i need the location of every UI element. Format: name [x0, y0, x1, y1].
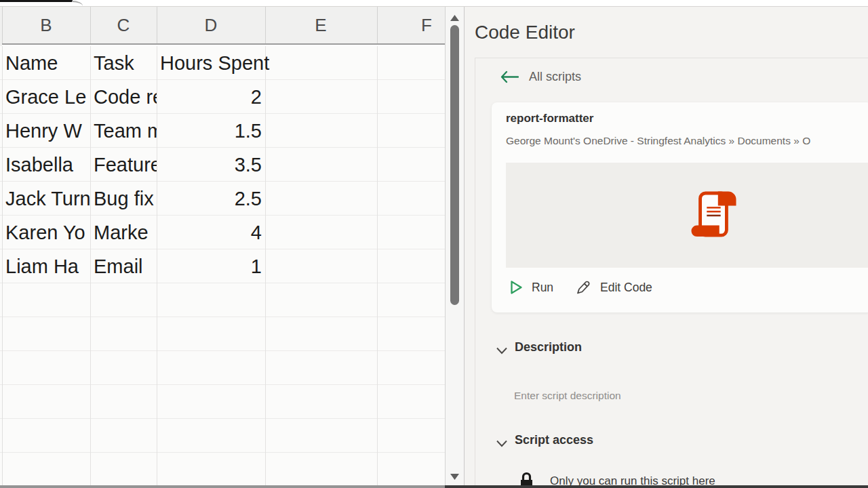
window-bottom-edge [445, 485, 868, 488]
column-header-c[interactable]: C [110, 7, 137, 43]
table-row: Henry W Team m 1.5 [0, 114, 445, 148]
chevron-down-icon[interactable] [496, 439, 508, 449]
column-header-e[interactable]: E [307, 7, 334, 43]
table-cell[interactable]: 2.5 [160, 182, 262, 216]
table-cell[interactable]: Email [94, 249, 157, 283]
pane-title: Code Editor [475, 22, 575, 43]
column-header-b[interactable]: B [33, 7, 60, 43]
column-header-d[interactable]: D [197, 7, 224, 43]
table-cell[interactable]: Jack Turn [5, 182, 90, 216]
table-cell[interactable]: 4 [160, 216, 262, 249]
script-card[interactable]: report-formatter George Mount's OneDrive… [492, 102, 868, 312]
browser-tab-edge [0, 0, 73, 2]
back-arrow-icon [500, 70, 519, 83]
table-cell[interactable]: Hours Spent [160, 46, 269, 80]
back-label: All scripts [529, 70, 581, 84]
pane-content: All scripts report-formatter George Moun… [475, 58, 868, 485]
table-cell[interactable]: Henry W [5, 114, 90, 148]
window-bottom-edge [0, 485, 445, 488]
table-row: Name Task Hours Spent [0, 46, 445, 80]
section-description[interactable]: Description [515, 340, 582, 354]
table-row: Isabella Feature 3.5 [0, 148, 445, 182]
script-thumbnail [506, 163, 868, 268]
chevron-down-icon[interactable] [496, 346, 508, 356]
table-row: Jack Turn Bug fix 2.5 [0, 182, 445, 216]
table-cell[interactable]: 3.5 [160, 148, 262, 182]
table-cell[interactable]: Liam Ha [5, 249, 90, 283]
table-cell[interactable]: Isabella [5, 148, 90, 182]
scroll-down-icon[interactable] [450, 473, 460, 481]
table-cell[interactable]: Grace Le [5, 80, 90, 114]
edit-code-label: Edit Code [600, 281, 652, 295]
script-name: report-formatter [506, 112, 593, 125]
table-cell[interactable]: Karen Yo [5, 216, 90, 249]
table-cell[interactable]: Team m [94, 114, 157, 148]
run-label: Run [532, 281, 553, 295]
table-cell[interactable]: 2 [160, 80, 262, 114]
edit-pencil-icon [575, 279, 591, 296]
edit-code-button[interactable]: Edit Code [575, 277, 652, 298]
script-location-breadcrumb: George Mount's OneDrive - Stringfest Ana… [506, 135, 868, 147]
table-cell[interactable]: Task [94, 46, 157, 80]
run-button[interactable]: Run [510, 277, 553, 298]
table-cell[interactable]: Code re [94, 80, 157, 114]
table-cell[interactable]: Marke [94, 216, 157, 249]
table-cell[interactable]: Feature [94, 148, 157, 182]
table-row: Liam Ha Email 1 [0, 249, 445, 283]
vertical-scrollbar[interactable] [445, 7, 465, 485]
office-script-icon [690, 191, 736, 240]
table-cell[interactable]: 1 [160, 249, 262, 283]
scrollbar-thumb[interactable] [450, 25, 459, 305]
column-headers: B C D E F [0, 7, 445, 45]
table-row: Grace Le Code re 2 [0, 80, 445, 114]
column-header-f[interactable]: F [413, 7, 440, 43]
section-script-access[interactable]: Script access [515, 433, 593, 447]
table-row: Karen Yo Marke 4 [0, 216, 445, 249]
excel-window: B C D E F Name Task Hours Spent Grace Le… [0, 0, 868, 488]
back-to-all-scripts[interactable]: All scripts [500, 70, 581, 84]
run-play-icon [510, 280, 523, 295]
scroll-up-icon[interactable] [450, 14, 460, 22]
table-cell[interactable]: Name [5, 46, 90, 80]
table-cell[interactable]: Bug fix [94, 182, 157, 216]
table-cell[interactable]: 1.5 [160, 114, 262, 148]
description-field[interactable]: Enter script description [514, 390, 621, 402]
spreadsheet-grid[interactable]: Name Task Hours Spent Grace Le Code re 2… [0, 46, 445, 485]
code-editor-pane: Code Editor All scripts report-formatter… [465, 7, 868, 485]
